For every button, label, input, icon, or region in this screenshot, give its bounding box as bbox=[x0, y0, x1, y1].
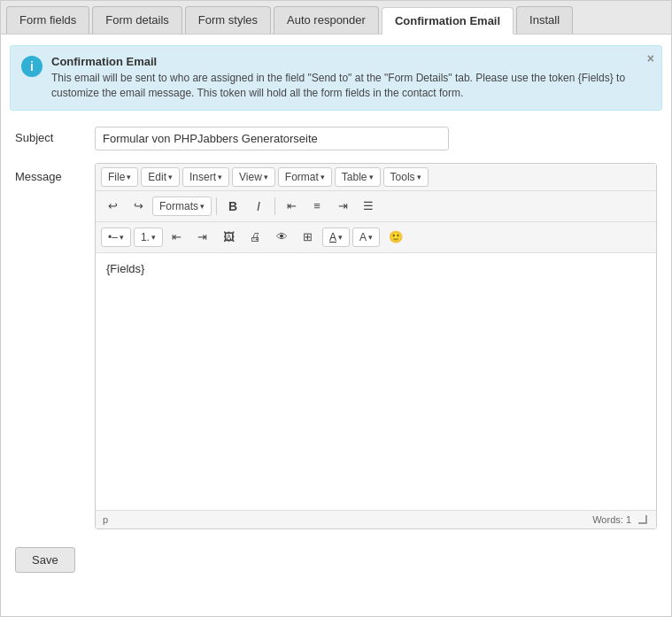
tab-auto-responder[interactable]: Auto responder bbox=[274, 6, 379, 34]
insert-arrow-icon: ▾ bbox=[218, 173, 222, 181]
font-color-btn[interactable]: A ▾ bbox=[322, 228, 350, 247]
edit-arrow-icon: ▾ bbox=[168, 173, 173, 181]
toolbar-table-btn[interactable]: Table ▾ bbox=[335, 167, 381, 187]
message-row: Message File ▾ Edit ▾ Insert ▾ bbox=[15, 163, 657, 529]
statusbar-right: Words: 1 bbox=[592, 513, 649, 526]
editor-tag-indicator: p bbox=[103, 514, 108, 525]
bullet-arrow-icon: ▾ bbox=[120, 233, 124, 242]
view-arrow-icon: ▾ bbox=[264, 173, 268, 181]
toolbar-view-btn[interactable]: View ▾ bbox=[232, 167, 275, 187]
info-close-button[interactable]: × bbox=[647, 51, 654, 66]
indent-button[interactable]: ⇥ bbox=[191, 226, 214, 249]
justify-button[interactable]: ☰ bbox=[357, 195, 380, 218]
resize-handle-icon[interactable] bbox=[638, 515, 647, 524]
undo-button[interactable]: ↩ bbox=[101, 195, 124, 218]
tab-confirmation-email[interactable]: Confirmation Email bbox=[382, 7, 514, 35]
editor-content[interactable]: {Fields} bbox=[96, 253, 656, 510]
info-description: This email will be sent to who are assig… bbox=[51, 71, 651, 101]
insert-image-button[interactable]: 🖼 bbox=[217, 226, 241, 249]
toolbar-file-btn[interactable]: File ▾ bbox=[101, 167, 138, 187]
tab-install[interactable]: Install bbox=[516, 6, 573, 34]
tab-form-details[interactable]: Form details bbox=[92, 6, 182, 34]
editor-wrapper: File ▾ Edit ▾ Insert ▾ View ▾ bbox=[95, 163, 657, 529]
file-arrow-icon: ▾ bbox=[127, 173, 131, 181]
word-count: Words: 1 bbox=[592, 514, 631, 525]
numbered-list-btn[interactable]: 1. ▾ bbox=[134, 228, 163, 247]
align-right-button[interactable]: ⇥ bbox=[331, 195, 354, 218]
toolbar-edit-btn[interactable]: Edit ▾ bbox=[141, 167, 180, 187]
align-center-button[interactable]: ≡ bbox=[305, 195, 328, 218]
toolbar-separator-1 bbox=[216, 197, 217, 215]
info-box: i Confirmation Email This email will be … bbox=[10, 45, 662, 111]
emoji-button[interactable]: 🙂 bbox=[382, 226, 409, 249]
redo-button[interactable]: ↪ bbox=[127, 195, 150, 218]
toolbar-row-1: File ▾ Edit ▾ Insert ▾ View ▾ bbox=[96, 164, 656, 191]
preview-button[interactable]: 👁 bbox=[270, 226, 294, 249]
toolbar-row-3: •– ▾ 1. ▾ ⇤ ⇥ 🖼 🖨 👁 ⊞ A ▾ bbox=[96, 222, 656, 253]
bullet-list-btn[interactable]: •– ▾ bbox=[101, 228, 131, 247]
toolbar-tools-btn[interactable]: Tools ▾ bbox=[383, 167, 429, 187]
table-arrow-icon: ▾ bbox=[369, 173, 374, 181]
highlight-btn[interactable]: A ▾ bbox=[352, 228, 380, 247]
info-text: Confirmation Email This email will be se… bbox=[51, 55, 651, 101]
subject-label: Subject bbox=[15, 127, 95, 144]
toolbar-format-btn[interactable]: Format ▾ bbox=[278, 167, 332, 187]
align-left-button[interactable]: ⇤ bbox=[280, 195, 303, 218]
formats-dropdown-btn[interactable]: Formats ▾ bbox=[152, 197, 212, 216]
highlight-arrow-icon: ▾ bbox=[368, 233, 373, 242]
italic-button[interactable]: I bbox=[247, 195, 270, 218]
tools-arrow-icon: ▾ bbox=[417, 173, 421, 181]
subject-row: Subject bbox=[15, 127, 657, 150]
numbered-arrow-icon: ▾ bbox=[151, 233, 156, 242]
formats-arrow-icon: ▾ bbox=[200, 202, 205, 211]
toolbar-separator-2 bbox=[274, 197, 275, 215]
info-icon: i bbox=[21, 56, 42, 77]
save-button[interactable]: Save bbox=[15, 547, 75, 573]
format-arrow-icon: ▾ bbox=[321, 173, 325, 181]
print-button[interactable]: 🖨 bbox=[243, 226, 267, 249]
outdent-button[interactable]: ⇤ bbox=[166, 226, 189, 249]
info-title: Confirmation Email bbox=[51, 55, 651, 68]
bold-button[interactable]: B bbox=[221, 195, 244, 218]
toolbar-insert-btn[interactable]: Insert ▾ bbox=[182, 167, 229, 187]
subject-input[interactable] bbox=[95, 127, 449, 150]
form-area: Subject Message File ▾ Edit ▾ bbox=[1, 121, 671, 587]
message-label: Message bbox=[15, 163, 95, 183]
tab-form-fields[interactable]: Form fields bbox=[6, 6, 89, 34]
font-color-arrow-icon: ▾ bbox=[338, 233, 343, 242]
source-code-button[interactable]: ⊞ bbox=[297, 226, 320, 249]
toolbar-row-2: ↩ ↪ Formats ▾ B I ⇤ ≡ ⇥ ☰ bbox=[96, 191, 656, 222]
tab-bar: Form fields Form details Form styles Aut… bbox=[1, 1, 671, 35]
editor-statusbar: p Words: 1 bbox=[96, 510, 656, 528]
tab-form-styles[interactable]: Form styles bbox=[185, 6, 271, 34]
